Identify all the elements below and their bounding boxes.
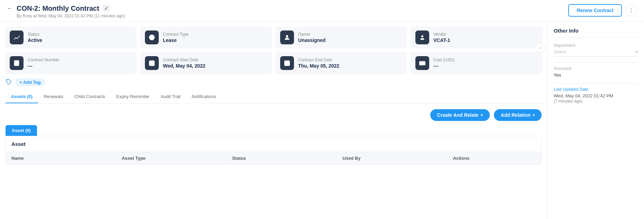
cards-nav-next[interactable]: › — [535, 43, 545, 53]
department-placeholder: Select — [554, 49, 566, 54]
info-card-owner: Owner Unassigned — [275, 26, 407, 49]
page-title: CON-2: Monthly Contract — [17, 5, 99, 12]
vendor-icon — [415, 30, 429, 44]
info-card-start-date: Contract Start Date Wed, May 04, 2022 — [140, 52, 272, 74]
cost-content: Cost (USD) --- — [433, 58, 454, 69]
more-options-button[interactable]: ⋮ — [625, 5, 637, 16]
info-card-vendor: Vendor VCAT-1 — [411, 26, 542, 49]
contract-number-label: Contract Number — [28, 58, 59, 62]
info-card-contract-number: Contract Number --- — [5, 52, 137, 74]
department-field: Department Select ▾ — [554, 43, 638, 57]
status-label: Status — [28, 32, 42, 37]
owner-label: Owner — [298, 32, 325, 37]
status-value: Active — [28, 37, 42, 43]
info-cards-row-2: Contract Number --- Contract Start Date … — [5, 52, 542, 74]
col-name: Name — [11, 156, 122, 161]
end-date-icon — [280, 56, 294, 70]
department-label: Department — [554, 43, 638, 48]
table-header: Name Asset Type Status Used By Actions — [6, 152, 541, 164]
renewed-field: Renewed Yes — [554, 66, 638, 78]
svg-rect-12 — [285, 61, 290, 65]
main-content: Status Active Contract Type Lease — [0, 21, 644, 219]
info-card-status: Status Active — [5, 26, 137, 49]
col-used-by: Used By — [342, 156, 453, 161]
create-and-relate-button[interactable]: Create And Relate ▾ — [430, 109, 490, 121]
department-chevron: ▾ — [636, 50, 638, 54]
last-updated-value: Wed, May 04, 2022 01:42 PM (7 minutes ag… — [554, 93, 638, 104]
svg-point-1 — [286, 35, 288, 37]
end-date-value: Thu, May 05, 2022 — [298, 63, 339, 69]
status-icon — [10, 30, 24, 44]
col-status: Status — [232, 156, 342, 161]
contract-type-content: Contract Type Lease — [163, 32, 188, 43]
renewed-value: Yes — [554, 72, 638, 78]
last-updated-label: Last Updated Date — [554, 87, 638, 92]
asset-title: Asset — [6, 136, 541, 152]
create-relate-chevron: ▾ — [481, 113, 483, 117]
last-updated-field: Last Updated Date Wed, May 04, 2022 01:4… — [554, 87, 638, 104]
back-button[interactable]: ← — [7, 5, 12, 11]
header: ← CON-2: Monthly Contract By Rosy at Wed… — [0, 0, 644, 21]
cost-label: Cost (USD) — [433, 58, 454, 62]
contract-type-icon — [145, 30, 159, 44]
edit-icon[interactable] — [102, 4, 110, 12]
col-asset-type: Asset Type — [122, 156, 232, 161]
header-left: ← CON-2: Monthly Contract By Rosy at Wed… — [7, 4, 125, 18]
divider-2 — [554, 83, 638, 84]
vendor-value: VCAT-1 — [433, 37, 450, 43]
asset-tab-label[interactable]: Asset (0) — [6, 125, 37, 136]
tag-icon — [6, 79, 12, 86]
tab-audit-trail[interactable]: Audit Trail — [155, 90, 186, 103]
status-content: Status Active — [28, 32, 42, 43]
svg-point-19 — [7, 80, 8, 81]
add-relation-button[interactable]: Add Relation ▾ — [494, 109, 542, 121]
owner-value: Unassigned — [298, 37, 325, 43]
owner-content: Owner Unassigned — [298, 32, 325, 43]
info-card-end-date: Contract End Date Thu, May 05, 2022 — [275, 52, 407, 74]
department-select[interactable]: Select ▾ — [554, 49, 638, 57]
tabs-bar: Assets (0) Renewals Child Contracts Expi… — [0, 90, 547, 104]
owner-icon — [280, 30, 294, 44]
info-card-contract-type: Contract Type Lease — [140, 26, 272, 49]
add-relation-chevron: ▾ — [533, 113, 535, 117]
tab-child-contracts[interactable]: Child Contracts — [69, 90, 111, 103]
add-tag-button[interactable]: + Add Tag — [15, 78, 45, 86]
header-right: Renew Contract ⋮ — [568, 4, 637, 17]
asset-section: Asset (0) Asset Name Asset Type Status U… — [0, 125, 547, 165]
start-date-icon — [145, 56, 159, 70]
info-cards-wrapper: Status Active Contract Type Lease — [0, 21, 547, 74]
tab-notifications[interactable]: Notifications — [186, 90, 222, 103]
tab-expiry-reminder[interactable]: Expiry Reminder — [111, 90, 155, 103]
tab-assets[interactable]: Assets (0) — [6, 90, 38, 103]
info-cards-row-1: Status Active Contract Type Lease — [5, 26, 542, 49]
svg-point-2 — [421, 35, 423, 37]
col-actions: Actions — [453, 156, 536, 161]
renew-contract-button[interactable]: Renew Contract — [568, 4, 622, 17]
page-wrapper: ← CON-2: Monthly Contract By Rosy at Wed… — [0, 0, 644, 219]
end-date-label: Contract End Date — [298, 58, 339, 62]
cost-icon — [415, 56, 429, 70]
tags-row: + Add Tag — [0, 74, 547, 90]
svg-rect-3 — [421, 38, 424, 39]
header-meta: By Rosy at Wed, May 04, 2022 01:42 PM (1… — [17, 14, 125, 18]
contract-type-label: Contract Type — [163, 32, 188, 37]
left-panel: Status Active Contract Type Lease — [0, 21, 547, 219]
vendor-label: Vendor — [433, 32, 450, 37]
tab-renewals[interactable]: Renewals — [38, 90, 69, 103]
right-panel: Other Info Department Select ▾ Renewed Y… — [547, 21, 644, 219]
action-row: Create And Relate ▾ Add Relation ▾ — [0, 104, 547, 125]
divider-1 — [554, 62, 638, 63]
header-title-row: ← CON-2: Monthly Contract — [7, 4, 125, 12]
svg-rect-8 — [149, 61, 155, 65]
right-panel-title: Other Info — [554, 28, 638, 37]
renewed-label: Renewed — [554, 66, 638, 71]
vendor-content: Vendor VCAT-1 — [433, 32, 450, 43]
start-date-label: Contract Start Date — [163, 58, 205, 62]
contract-number-value: --- — [28, 63, 59, 69]
info-card-cost: Cost (USD) --- — [411, 52, 542, 74]
contract-number-content: Contract Number --- — [28, 58, 59, 69]
start-date-value: Wed, May 04, 2022 — [163, 63, 205, 69]
cost-value: --- — [433, 63, 454, 69]
end-date-content: Contract End Date Thu, May 05, 2022 — [298, 58, 339, 69]
contract-type-value: Lease — [163, 37, 188, 43]
